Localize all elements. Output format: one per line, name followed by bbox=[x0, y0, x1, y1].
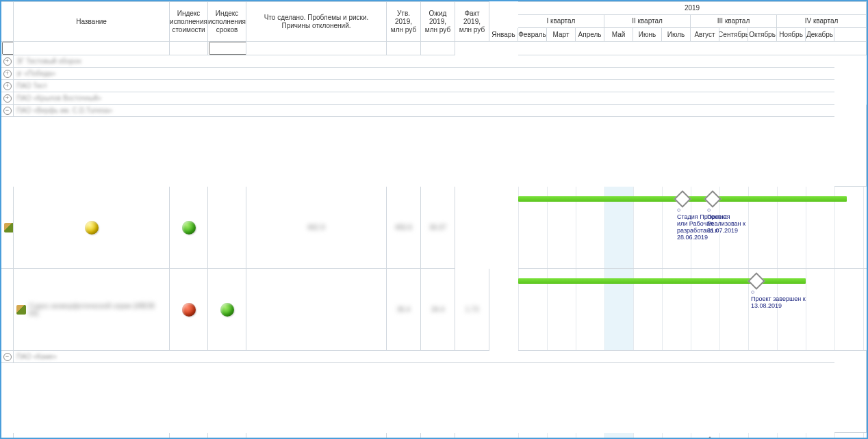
milestone-diamond[interactable] bbox=[704, 190, 721, 207]
fakt-cell: 36.07 bbox=[421, 187, 455, 269]
group-row[interactable]: +зг «Победа» bbox=[1, 68, 834, 80]
milestone-diamond[interactable] bbox=[701, 436, 718, 439]
time-status-cell bbox=[208, 269, 246, 351]
row-expand-cell bbox=[834, 105, 867, 187]
filter-name-input[interactable] bbox=[2, 42, 14, 55]
status-ball-green bbox=[220, 303, 234, 317]
group-row[interactable]: +ПАО Тест bbox=[1, 80, 834, 92]
col-month-7: Июль bbox=[662, 28, 691, 42]
ozh-cell: 34.4 bbox=[421, 269, 455, 351]
group-row[interactable]: −ПАО «Каме» bbox=[1, 351, 834, 363]
col-month-4: Апрель bbox=[576, 28, 604, 42]
col-cost-index-header: Индекс исполнения стоимости bbox=[170, 1, 208, 42]
col-q4-header: IV квартал bbox=[777, 15, 867, 28]
task-name-text: Судно экоморфотической серии (ИВОВ 64) bbox=[29, 302, 166, 317]
col-name-header: Название bbox=[14, 1, 170, 42]
col-month-3: Март bbox=[547, 28, 576, 42]
gantt-cell: ○Стадия Проектная или Рабочая разработан… bbox=[518, 187, 867, 269]
group-label: ПАО «Каме» bbox=[14, 353, 834, 360]
utv-value: 662.9 bbox=[307, 224, 324, 231]
gantt-cell: ○Проект реализован к19.07.2019 bbox=[518, 433, 867, 439]
ozh-cell: 134.98 bbox=[387, 433, 421, 439]
col-month-5: Май bbox=[604, 28, 633, 42]
milestone-label: ○Проект завершен к13.08.2019 bbox=[751, 289, 806, 310]
status-ball-yellow bbox=[85, 221, 99, 235]
col-time-index-header: Индекс исполнения сроков bbox=[208, 1, 246, 42]
utv-cell: 20.18 bbox=[246, 433, 387, 439]
group-row[interactable]: −ПАО «Верфь им. C.D.Tunesa» bbox=[1, 105, 834, 117]
fakt-cell: 1.73 bbox=[455, 269, 489, 351]
task-icon bbox=[16, 305, 26, 315]
col-month-11: Ноябрь bbox=[777, 28, 806, 42]
col-month-9: Сентябрь bbox=[719, 28, 748, 42]
milestone-diamond[interactable] bbox=[674, 190, 691, 207]
group-label: ПАО «Крылов Восточный» bbox=[14, 94, 834, 102]
filter-utv-cell bbox=[246, 42, 387, 55]
notes-cell bbox=[246, 269, 387, 351]
expand-col-header bbox=[1, 1, 14, 42]
cost-status-cell bbox=[170, 269, 208, 351]
time-status-cell bbox=[170, 433, 208, 439]
ozh-value: 34.4 bbox=[431, 306, 444, 313]
cost-status-cell bbox=[14, 187, 170, 269]
utv-cell: 36.4 bbox=[387, 269, 421, 351]
col-month-2: Февраль bbox=[518, 28, 547, 42]
current-month-highlight bbox=[604, 433, 633, 439]
milestone-label: ○Проект Реализован к31.07.2019 bbox=[707, 207, 762, 235]
fakt-cell: 40.70 bbox=[421, 433, 455, 439]
notes-cell bbox=[208, 187, 246, 269]
col-month-12: Декабрь bbox=[806, 28, 834, 42]
row-expand-cell bbox=[834, 351, 867, 433]
collapse-icon[interactable]: − bbox=[3, 353, 12, 361]
task-name-cell[interactable]: Расширение внутрипортовой электростанции bbox=[1, 433, 14, 439]
filter-expand-cell bbox=[834, 28, 867, 42]
col-utv-header: Утв. 2019, млн руб bbox=[387, 1, 421, 42]
filter-fakt-cell bbox=[421, 42, 455, 55]
col-q1-header: I квартал bbox=[518, 15, 604, 28]
ozh-cell: 450.6 bbox=[387, 187, 421, 269]
group-row[interactable]: +ПАО «Крылов Восточный» bbox=[1, 92, 834, 105]
col-ozh-header: Ожид 2019, млн руб bbox=[421, 1, 455, 42]
task-icon bbox=[4, 223, 14, 232]
col-notes-header: Что сделано. Проблемы и риски. Причины о… bbox=[246, 1, 387, 42]
ozh-value: 450.6 bbox=[395, 224, 412, 231]
group-row[interactable]: +ЗГ Тестовый оборон bbox=[1, 55, 834, 68]
utv-value: 36.4 bbox=[397, 306, 410, 313]
time-status-cell bbox=[170, 187, 208, 269]
col-month-8: Август bbox=[691, 28, 719, 42]
filter-time-cell bbox=[170, 42, 208, 55]
filter-gantt-cell bbox=[518, 42, 867, 55]
group-label: зг «Победа» bbox=[14, 70, 834, 77]
col-q3-header: III квартал bbox=[691, 15, 777, 28]
group-label: ПАО Тест bbox=[14, 82, 834, 90]
group-label: ЗГ Тестовый оборон bbox=[14, 57, 834, 65]
col-fakt-header: Факт 2019, млн руб bbox=[455, 1, 489, 42]
col-year-header: 2019 bbox=[518, 1, 867, 15]
expand-icon[interactable]: + bbox=[3, 82, 12, 90]
filter-cost-cell bbox=[14, 42, 170, 55]
filter-ozh-cell bbox=[387, 42, 421, 55]
status-ball-green bbox=[182, 221, 196, 235]
milestone-diamond[interactable] bbox=[748, 272, 765, 289]
row-expand-cell bbox=[1, 269, 14, 351]
utv-cell: 662.9 bbox=[246, 187, 387, 269]
col-q2-header: II квартал bbox=[604, 15, 691, 28]
notes-cell: Проблем нет bbox=[208, 433, 246, 439]
expand-icon[interactable]: + bbox=[3, 57, 12, 66]
fakt-value: 36.07 bbox=[429, 224, 446, 231]
status-ball-red bbox=[182, 303, 196, 317]
group-label: ПАО «Верфь им. C.D.Tunesa» bbox=[14, 107, 834, 114]
col-month-10: Октябрь bbox=[748, 28, 777, 42]
expand-icon[interactable]: + bbox=[3, 94, 12, 103]
gantt-cell: ○Проект завершен к13.08.2019 bbox=[518, 269, 867, 351]
col-month-1: Январь bbox=[489, 28, 518, 42]
collapse-icon[interactable]: − bbox=[3, 107, 12, 115]
expand-icon[interactable]: + bbox=[3, 70, 12, 78]
fakt-value: 1.73 bbox=[465, 306, 478, 313]
filter-notes-input[interactable] bbox=[209, 42, 246, 55]
task-name-cell[interactable]: Судно экоморфотической серии (ИВОВ 64) bbox=[14, 269, 170, 351]
task-name-cell[interactable]: Строительство эксплуатационной инфрастру… bbox=[1, 187, 14, 269]
col-month-6: Июнь bbox=[633, 28, 662, 42]
cost-status-cell bbox=[14, 433, 170, 439]
